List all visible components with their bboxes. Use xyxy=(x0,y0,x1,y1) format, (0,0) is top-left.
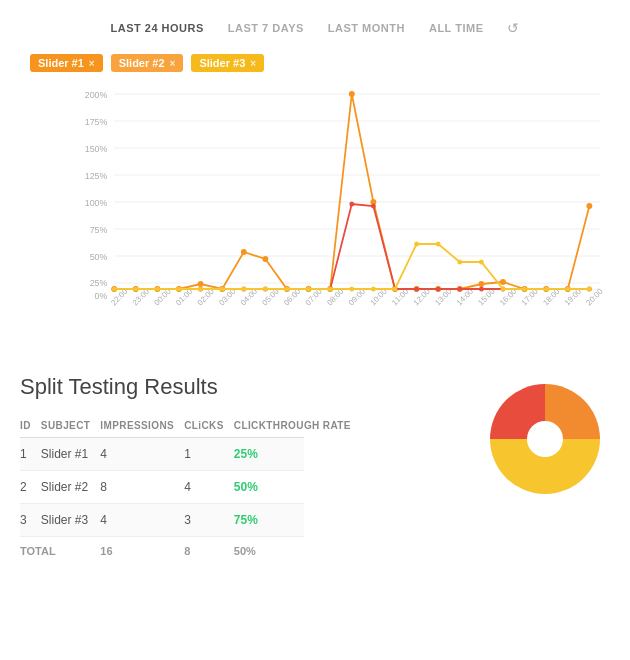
y-axis: 200% 175% 150% 125% 100% 75% 50% 25% 0% xyxy=(85,90,600,301)
table-footer-row: TOTAL 16 8 50% xyxy=(20,537,304,566)
row3-id: 3 xyxy=(20,504,41,537)
line-chart: 200% 175% 150% 125% 100% 75% 50% 25% 0% … xyxy=(20,84,610,344)
svg-point-106 xyxy=(522,287,527,292)
results-table: ID SUBJECT IMPRESSIONS CLiCKS CLICKTHROU… xyxy=(20,414,304,565)
table-header-row: ID SUBJECT IMPRESSIONS CLiCKS CLICKTHROU… xyxy=(20,414,304,438)
row2-subject: Slider #2 xyxy=(41,471,100,504)
svg-point-88 xyxy=(133,287,138,292)
filter-lastmonth[interactable]: LAST MONTH xyxy=(328,22,405,34)
svg-point-108 xyxy=(565,287,570,292)
svg-text:100%: 100% xyxy=(85,198,108,208)
svg-point-93 xyxy=(241,287,246,292)
pie-hole xyxy=(527,421,563,457)
svg-point-47 xyxy=(241,249,247,255)
svg-point-45 xyxy=(198,281,204,287)
svg-point-78 xyxy=(414,287,419,292)
svg-point-99 xyxy=(371,287,376,292)
svg-point-103 xyxy=(457,260,462,265)
footer-label: TOTAL xyxy=(20,537,100,566)
row3-subject: Slider #3 xyxy=(41,504,100,537)
chart-svg: 200% 175% 150% 125% 100% 75% 50% 25% 0% … xyxy=(70,84,610,304)
slider-tag-1[interactable]: Slider #1 × xyxy=(30,54,103,72)
svg-point-100 xyxy=(393,287,398,292)
line-slider2 xyxy=(114,204,589,289)
row3-clicks: 3 xyxy=(184,504,234,537)
col-impressions: IMPRESSIONS xyxy=(100,414,184,438)
col-clicks: CLiCKS xyxy=(184,414,234,438)
col-ctr: CLICKTHROUGH RATE xyxy=(234,414,304,438)
svg-point-75 xyxy=(349,202,354,207)
svg-point-101 xyxy=(414,242,419,247)
svg-text:0%: 0% xyxy=(95,291,108,301)
svg-point-89 xyxy=(155,287,160,292)
dots-slider2 xyxy=(112,202,592,292)
results-section: Split Testing Results ID SUBJECT IMPRESS… xyxy=(20,374,610,565)
svg-point-104 xyxy=(479,260,484,265)
slider-tags: Slider #1 × Slider #2 × Slider #3 × xyxy=(20,54,610,72)
row2-clicks: 4 xyxy=(184,471,234,504)
svg-point-96 xyxy=(306,287,311,292)
svg-point-107 xyxy=(544,287,549,292)
table-row: 1 Slider #1 4 1 25% xyxy=(20,438,304,471)
slider-tag-1-label: Slider #1 xyxy=(38,57,84,69)
slider-tag-2-label: Slider #2 xyxy=(119,57,165,69)
filter-last7d[interactable]: LAST 7 DAYS xyxy=(228,22,304,34)
table-row: 2 Slider #2 8 4 50% xyxy=(20,471,304,504)
slider-tag-3-close[interactable]: × xyxy=(250,58,256,69)
svg-point-59 xyxy=(500,279,506,285)
svg-point-92 xyxy=(220,287,225,292)
slider-tag-1-close[interactable]: × xyxy=(89,58,95,69)
svg-text:150%: 150% xyxy=(85,144,108,154)
slider-tag-3[interactable]: Slider #3 × xyxy=(191,54,264,72)
svg-point-109 xyxy=(587,287,592,292)
footer-rate: 50% xyxy=(234,537,304,566)
row3-impressions: 4 xyxy=(100,504,184,537)
svg-point-102 xyxy=(436,242,441,247)
svg-point-91 xyxy=(198,287,203,292)
footer-impressions: 16 xyxy=(100,537,184,566)
svg-point-87 xyxy=(112,287,117,292)
svg-point-95 xyxy=(285,287,290,292)
svg-point-58 xyxy=(478,281,484,287)
svg-point-80 xyxy=(457,287,462,292)
svg-text:175%: 175% xyxy=(85,117,108,127)
line-slider1 xyxy=(114,94,589,289)
line-slider3 xyxy=(114,244,589,289)
filter-alltime[interactable]: ALL TIME xyxy=(429,22,484,34)
filter-last24h[interactable]: LAST 24 HOURS xyxy=(111,22,204,34)
time-filter-bar: LAST 24 HOURS LAST 7 DAYS LAST MONTH ALL… xyxy=(20,20,610,36)
col-subject: SUBJECT xyxy=(41,414,100,438)
col-id: ID xyxy=(20,414,41,438)
svg-point-63 xyxy=(586,203,592,209)
dots-slider3 xyxy=(112,242,592,292)
svg-point-76 xyxy=(371,204,376,209)
svg-point-97 xyxy=(328,287,333,292)
footer-clicks: 8 xyxy=(184,537,234,566)
row1-clicks: 1 xyxy=(184,438,234,471)
svg-point-48 xyxy=(262,256,268,262)
svg-text:25%: 25% xyxy=(90,278,108,288)
row1-id: 1 xyxy=(20,438,41,471)
row2-impressions: 8 xyxy=(100,471,184,504)
svg-point-90 xyxy=(177,287,182,292)
slider-tag-2[interactable]: Slider #2 × xyxy=(111,54,184,72)
slider-tag-2-close[interactable]: × xyxy=(170,58,176,69)
svg-point-81 xyxy=(479,287,484,292)
row1-impressions: 4 xyxy=(100,438,184,471)
slider-tag-3-label: Slider #3 xyxy=(199,57,245,69)
results-table-wrapper: Split Testing Results ID SUBJECT IMPRESS… xyxy=(20,374,460,565)
svg-point-79 xyxy=(436,287,441,292)
svg-text:75%: 75% xyxy=(90,225,108,235)
svg-point-98 xyxy=(349,287,354,292)
pie-chart xyxy=(480,374,610,504)
results-title: Split Testing Results xyxy=(20,374,460,400)
svg-text:200%: 200% xyxy=(85,90,108,100)
pie-svg xyxy=(480,374,610,504)
svg-point-52 xyxy=(349,91,355,97)
row1-rate: 25% xyxy=(234,438,304,471)
row2-rate: 50% xyxy=(234,471,304,504)
reset-button[interactable]: ↺ xyxy=(507,20,519,36)
svg-text:50%: 50% xyxy=(90,252,108,262)
svg-point-94 xyxy=(263,287,268,292)
row3-rate: 75% xyxy=(234,504,304,537)
